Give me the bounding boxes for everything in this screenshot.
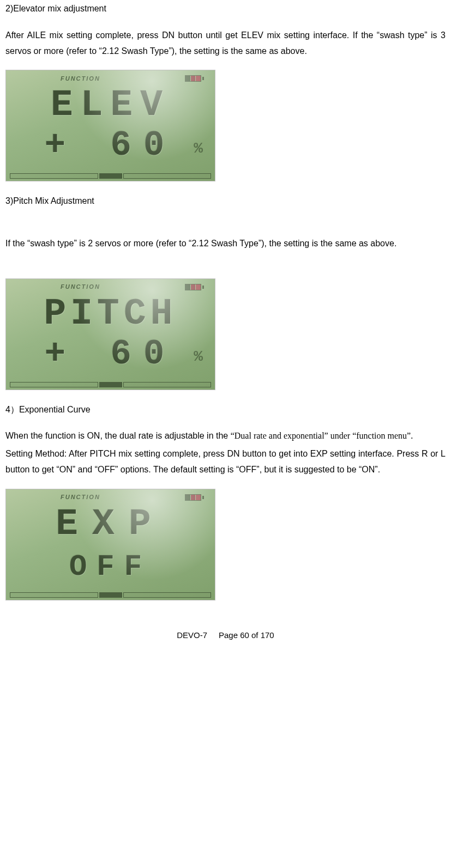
section-4-paragraph-2: Setting Method: After PITCH mix setting …: [5, 446, 446, 478]
battery-icon: [185, 494, 204, 501]
lcd-line2: OFF: [11, 553, 209, 582]
para4-text-b: “Dual rate and exponential” under “funct…: [231, 431, 413, 440]
lcd-bottom-bar: [6, 382, 215, 387]
section-3-paragraph: If the “swash type” is 2 servos or more …: [5, 236, 446, 252]
lcd-bottom-bar: [6, 173, 215, 179]
lcd-function-label: FUNCTION: [61, 492, 100, 503]
section-3-title: 3)Pitch Mix Adjustment: [5, 193, 446, 209]
lcd-line1: EXP: [11, 506, 209, 543]
section-4-title: 4）Exponential Curve: [5, 402, 446, 418]
battery-icon: [185, 75, 204, 82]
para4-text-a: When the function is ON, the dual rate i…: [5, 431, 231, 440]
lcd-exp-screenshot: FUNCTION EXP OFF: [5, 489, 215, 600]
section-2-title: 2)Elevator mix adjustment: [5, 1, 446, 17]
page-footer: DEVO-7 Page 60 of 170: [5, 628, 446, 642]
percent-icon: %: [194, 135, 203, 162]
lcd-line1: ELEV: [11, 87, 209, 124]
lcd-line1: PITCH: [11, 295, 209, 332]
lcd-function-label: FUNCTION: [61, 74, 100, 84]
lcd-function-label: FUNCTION: [61, 282, 100, 293]
battery-icon: [185, 284, 204, 290]
lcd-line2: + 60: [11, 337, 209, 372]
section-4-paragraph-1: When the function is ON, the dual rate i…: [5, 428, 446, 444]
section-2-paragraph: After AILE mix setting complete, press D…: [5, 28, 446, 59]
percent-icon: %: [194, 343, 203, 371]
lcd-line2: + 60: [11, 128, 209, 163]
lcd-elev-screenshot: FUNCTION ELEV + 60 %: [5, 70, 215, 181]
lcd-bottom-bar: [6, 592, 215, 598]
lcd-pitch-screenshot: FUNCTION PITCH + 60 %: [5, 278, 215, 390]
